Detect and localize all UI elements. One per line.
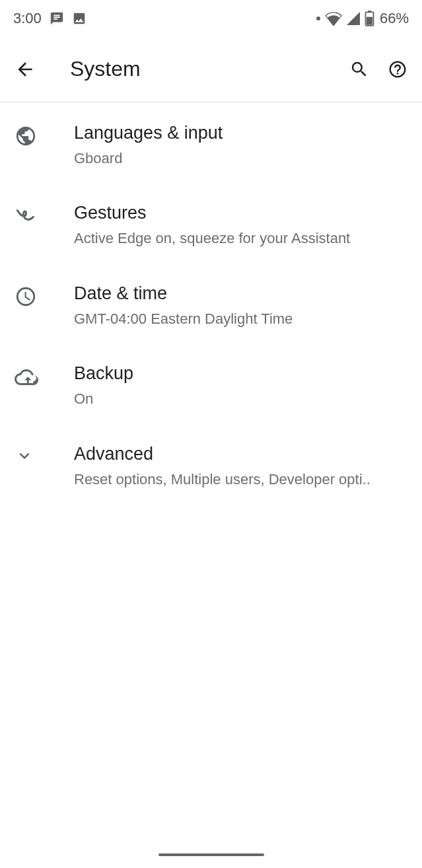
svg-rect-3 [367,17,372,24]
search-icon [349,59,369,79]
status-bar: 3:00 66% [0,0,422,36]
battery-icon [365,11,374,26]
item-subtitle: Active Edge on, squeeze for your Assista… [74,229,407,248]
item-subtitle: On [74,389,407,409]
item-languages-input[interactable]: Languages & input Gboard [0,105,422,185]
chat-notification-icon [50,11,64,26]
item-title: Backup [74,363,407,385]
search-button[interactable] [349,59,369,79]
dot-icon [316,16,321,21]
item-subtitle: Gboard [74,149,407,168]
item-title: Gestures [74,202,407,225]
item-date-time[interactable]: Date & time GMT-04:00 Eastern Daylight T… [0,266,422,345]
item-gestures[interactable]: Gestures Active Edge on, squeeze for you… [0,185,422,265]
item-subtitle: GMT-04:00 Eastern Daylight Time [74,309,407,329]
settings-list: Languages & input Gboard Gestures Active… [0,102,422,506]
help-button[interactable] [388,59,407,79]
svg-point-0 [316,17,320,20]
back-button[interactable] [15,59,44,80]
gesture-icon [15,205,37,227]
item-subtitle: Reset options, Multiple users, Developer… [74,470,407,489]
item-title: Languages & input [74,122,407,145]
clock-icon [15,285,37,308]
page-title: System [70,57,349,81]
item-title: Date & time [74,283,407,305]
cellular-icon [346,11,361,26]
chevron-down-icon [15,446,34,466]
item-backup[interactable]: Backup On [0,345,422,425]
nav-handle[interactable] [158,853,264,856]
wifi-icon [325,11,342,26]
globe-icon [15,125,37,147]
help-icon [388,59,407,79]
cloud-upload-icon [15,365,38,389]
item-advanced[interactable]: Advanced Reset options, Multiple users, … [0,426,422,506]
battery-percent: 66% [380,10,409,27]
status-left: 3:00 [13,10,87,27]
app-bar: System [0,36,422,102]
image-notification-icon [72,11,87,26]
item-title: Advanced [74,443,407,466]
status-time: 3:00 [13,10,42,27]
status-right: 66% [316,10,409,27]
arrow-back-icon [15,59,36,80]
